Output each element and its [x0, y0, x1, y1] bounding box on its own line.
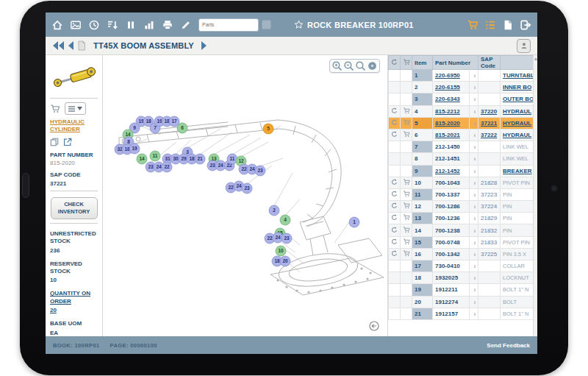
zoom-select-icon[interactable] — [355, 60, 366, 71]
row-cart-icon[interactable] — [401, 129, 412, 141]
table-row[interactable]: 13700-1236i21829PIN — [389, 213, 538, 224]
part-number-link[interactable]: 220-6950 — [435, 72, 460, 79]
row-cart-icon[interactable] — [401, 188, 412, 200]
part-description[interactable]: HYDRAUL — [503, 108, 531, 115]
row-cart-icon[interactable] — [401, 236, 412, 248]
sap-code[interactable]: 37220 — [481, 108, 497, 115]
history-icon[interactable] — [88, 19, 100, 31]
favorite-star-icon[interactable] — [294, 20, 304, 29]
row-cart-icon[interactable] — [401, 177, 412, 188]
part-description[interactable]: BREAKER — [503, 168, 532, 174]
pause-icon[interactable] — [125, 19, 137, 31]
table-row[interactable]: 4815-2212i37220HYDRAUL — [389, 105, 538, 117]
table-row[interactable]: 181932025iLOCKNUT — [389, 272, 538, 284]
row-cart-icon[interactable] — [401, 117, 412, 129]
table-row[interactable]: 5815-2020i37221HYDRAUL — [389, 117, 538, 129]
info-icon[interactable]: i — [470, 296, 478, 308]
part-number-link[interactable]: 815-2021 — [435, 132, 460, 138]
info-icon[interactable]: i — [470, 201, 478, 213]
table-row[interactable]: 191912211iBOLT 1" N — [389, 284, 538, 296]
info-icon[interactable]: i — [470, 82, 478, 93]
search-input[interactable] — [198, 18, 259, 32]
row-refresh-icon[interactable] — [389, 213, 401, 224]
search-button[interactable] — [262, 20, 271, 29]
info-icon[interactable]: i — [470, 284, 478, 296]
table-row[interactable]: 15700-0748i21833PIVOT PIN — [389, 236, 538, 248]
row-cart-icon[interactable] — [401, 201, 412, 213]
description-column-header[interactable] — [501, 56, 537, 70]
table-row[interactable]: 211912157iBOLT 1" N — [389, 308, 538, 319]
row-refresh-icon[interactable] — [389, 236, 401, 248]
next-page-icon[interactable] — [201, 41, 207, 50]
check-inventory-button[interactable]: CHECK INVENTORY — [51, 197, 98, 219]
table-row[interactable]: 2220-6155iINNER BO — [389, 82, 538, 93]
row-cart-icon[interactable] — [401, 224, 412, 236]
contact-book-button[interactable] — [517, 39, 531, 53]
table-row[interactable]: 9212-1452iBREAKER — [389, 165, 538, 177]
table-row[interactable]: 1220-6950iTURNTABL — [389, 70, 538, 82]
first-page-icon[interactable] — [52, 41, 64, 50]
info-icon[interactable]: i — [470, 129, 478, 141]
part-description[interactable]: HYDRAUL — [503, 120, 531, 127]
sap-code[interactable]: 37222 — [481, 132, 497, 138]
part-description[interactable]: HYDRAUL — [503, 132, 531, 138]
info-icon[interactable]: i — [470, 308, 478, 319]
table-row[interactable]: 3220-6343iOUTER BO — [389, 93, 538, 105]
part-number-link[interactable]: 815-2020 — [435, 120, 460, 127]
info-icon[interactable]: i — [470, 165, 478, 177]
copy-icon[interactable] — [50, 138, 59, 146]
row-refresh-icon[interactable] — [389, 201, 401, 213]
stat-label[interactable]: QUANTITY ON ORDER — [50, 290, 98, 305]
zoom-in-icon[interactable] — [331, 60, 343, 71]
add-to-cart-icon[interactable] — [50, 104, 60, 113]
part-number-link[interactable]: 220-6155 — [435, 84, 460, 91]
previous-page-icon[interactable] — [68, 41, 74, 50]
table-row[interactable]: 16700-1342i37225PIN 3.5 X — [389, 248, 538, 260]
row-cart-icon[interactable] — [401, 213, 412, 224]
info-icon[interactable]: i — [470, 188, 478, 200]
part-description[interactable]: OUTER BO — [503, 96, 534, 102]
send-feedback-link[interactable]: Send Feedback — [487, 342, 530, 349]
sap-code-column-header[interactable]: SAP Code — [478, 56, 501, 70]
part-description[interactable]: TURNTABL — [503, 72, 534, 79]
part-number-link[interactable]: 212-1452 — [435, 168, 460, 174]
row-refresh-icon[interactable] — [389, 117, 401, 129]
info-icon[interactable]: i — [470, 93, 478, 105]
row-refresh-icon[interactable] — [389, 248, 401, 260]
table-row[interactable]: 6815-2021i37222HYDRAUL — [389, 129, 538, 141]
image-icon[interactable] — [70, 19, 82, 31]
info-icon[interactable]: i — [470, 117, 478, 129]
part-number-link[interactable]: 815-2212 — [435, 108, 460, 115]
part-thumbnail[interactable] — [51, 59, 98, 94]
row-refresh-icon[interactable] — [389, 129, 401, 141]
table-row[interactable]: 17730-0410iCOLLAR — [389, 260, 538, 272]
table-scrollbar[interactable] — [533, 55, 537, 336]
item-column-header[interactable]: Item — [412, 56, 433, 70]
info-icon[interactable]: i — [470, 213, 478, 224]
row-refresh-icon[interactable] — [389, 188, 401, 200]
part-description[interactable]: INNER BO — [503, 84, 531, 91]
home-icon[interactable] — [51, 19, 63, 31]
sort-icon[interactable] — [107, 19, 118, 31]
info-icon[interactable]: i — [470, 177, 478, 188]
info-icon[interactable]: i — [470, 248, 478, 260]
assembly-diagram[interactable]: 1918971918176148321819141133130291821232… — [103, 55, 388, 336]
info-icon[interactable]: i — [470, 236, 478, 248]
view-options-dropdown[interactable] — [65, 102, 86, 115]
info-icon[interactable]: i — [470, 224, 478, 236]
cart-icon[interactable] — [467, 19, 478, 31]
part-number-link[interactable]: 220-6343 — [435, 96, 460, 102]
info-icon[interactable]: i — [470, 260, 478, 272]
table-row[interactable]: 10700-1043i21828PIVOT PIN — [389, 177, 538, 188]
info-icon[interactable]: i — [470, 272, 478, 284]
info-icon[interactable]: i — [470, 141, 478, 153]
print-icon[interactable] — [162, 19, 173, 31]
table-row[interactable]: 12700-1286i37224PIN — [389, 201, 538, 213]
part-name-link[interactable]: HYDRAULIC CYLINDER — [50, 118, 98, 134]
row-refresh-icon[interactable] — [389, 105, 401, 117]
info-icon[interactable]: i — [470, 153, 478, 165]
edit-icon[interactable] — [180, 19, 192, 31]
info-icon[interactable]: i — [470, 105, 478, 117]
row-refresh-icon[interactable] — [389, 177, 401, 188]
table-row[interactable]: 14700-1238i21832PIN — [389, 224, 538, 236]
